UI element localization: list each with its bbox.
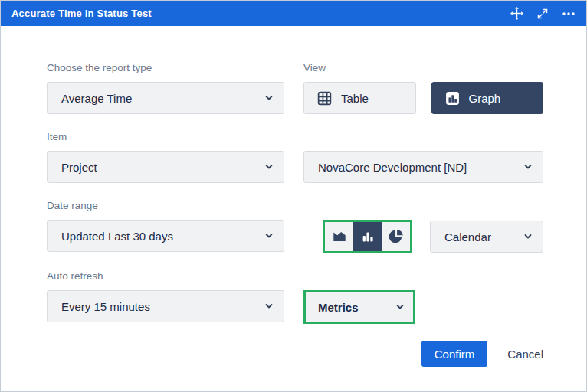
view-label: View bbox=[303, 62, 543, 74]
spacer bbox=[303, 200, 543, 220]
table-view-label: Table bbox=[341, 92, 369, 105]
date-range-label: Date range bbox=[47, 200, 284, 212]
metrics-select-highlighted[interactable]: Metrics bbox=[303, 290, 415, 324]
dialog-footer: Confirm Cancel bbox=[421, 341, 543, 367]
bar-chart-icon bbox=[444, 90, 461, 106]
cancel-button[interactable]: Cancel bbox=[507, 348, 543, 361]
pie-chart-icon[interactable] bbox=[382, 222, 410, 251]
expand-icon[interactable] bbox=[537, 8, 548, 19]
table-icon bbox=[316, 90, 333, 106]
table-view-button[interactable]: Table bbox=[303, 82, 416, 114]
confirm-button[interactable]: Confirm bbox=[421, 341, 488, 367]
auto-refresh-select[interactable]: Every 15 minutes bbox=[47, 290, 284, 322]
gadget-config-dialog: Accurate Time in Status Test bbox=[0, 0, 587, 392]
calendar-value: Calendar bbox=[444, 230, 516, 243]
report-type-value: Average Time bbox=[61, 92, 257, 105]
view-toggle-group: Table Graph bbox=[303, 82, 543, 114]
dialog-title: Accurate Time in Status Test bbox=[11, 8, 152, 19]
row-report-type-view: Choose the report type Average Time View bbox=[47, 62, 543, 114]
titlebar-actions bbox=[510, 7, 576, 20]
chevron-down-icon bbox=[523, 231, 533, 242]
spacer bbox=[303, 131, 543, 151]
item-value: Project bbox=[61, 161, 257, 174]
report-type-label: Choose the report type bbox=[47, 62, 284, 74]
chevron-down-icon bbox=[264, 301, 274, 312]
auto-refresh-label: Auto refresh bbox=[47, 270, 284, 283]
move-icon[interactable] bbox=[510, 7, 523, 20]
report-type-select[interactable]: Average Time bbox=[47, 82, 284, 114]
item-label: Item bbox=[47, 131, 284, 143]
date-range-select[interactable]: Updated Last 30 days bbox=[47, 220, 284, 252]
row-auto-refresh: Auto refresh Every 15 minutes Metrics bbox=[47, 270, 543, 324]
item-select[interactable]: Project bbox=[47, 151, 284, 183]
auto-refresh-value: Every 15 minutes bbox=[61, 300, 257, 313]
titlebar: Accurate Time in Status Test bbox=[1, 1, 586, 26]
date-range-value: Updated Last 30 days bbox=[61, 230, 257, 243]
area-chart-icon[interactable] bbox=[325, 222, 353, 251]
chevron-down-icon bbox=[264, 162, 274, 172]
chevron-down-icon bbox=[523, 162, 533, 172]
metrics-value: Metrics bbox=[318, 301, 389, 314]
row-date-range: Date range Updated Last 30 days bbox=[47, 200, 543, 253]
dialog-body: Choose the report type Average Time View bbox=[1, 26, 586, 324]
graph-view-button[interactable]: Graph bbox=[431, 82, 544, 114]
row-item-project: Item Project NovaCore Development [ND] bbox=[47, 131, 543, 183]
chevron-down-icon bbox=[395, 302, 405, 312]
calendar-select[interactable]: Calendar bbox=[430, 220, 543, 253]
chart-type-group-highlighted bbox=[323, 220, 412, 253]
project-select[interactable]: NovaCore Development [ND] bbox=[303, 151, 543, 183]
project-value: NovaCore Development [ND] bbox=[318, 161, 516, 174]
spacer bbox=[303, 270, 543, 290]
chevron-down-icon bbox=[264, 230, 274, 241]
more-options-icon[interactable] bbox=[562, 11, 576, 16]
bar-chart-icon[interactable] bbox=[353, 222, 382, 251]
graph-view-label: Graph bbox=[469, 92, 501, 105]
chevron-down-icon bbox=[264, 93, 274, 103]
